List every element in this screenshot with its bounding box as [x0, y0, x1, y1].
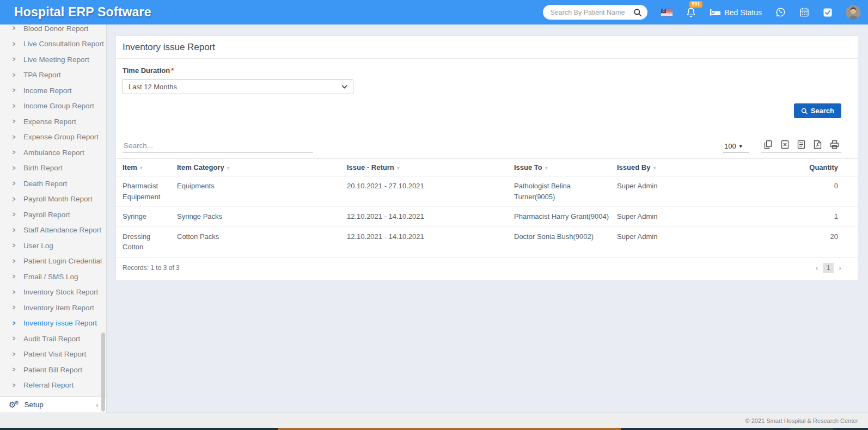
table-search-input[interactable]	[123, 140, 313, 153]
inventory-issue-table: Item▾ Item Category▾ Issue - Return▾ Iss…	[116, 158, 858, 257]
copy-icon[interactable]	[763, 140, 773, 149]
time-duration-value: Last 12 Months	[129, 83, 177, 91]
notifications-bell-icon[interactable]: 591	[686, 7, 696, 18]
time-duration-select[interactable]: Last 12 Months	[123, 79, 353, 94]
cell-issue-return: 20.10.2021 - 27.10.2021	[347, 176, 514, 207]
sidebar-item-death-report[interactable]: >Death Report	[0, 176, 106, 192]
chevron-right-icon: >	[13, 24, 16, 32]
sidebar-item-live-consultation-report[interactable]: >Live Consultation Report	[0, 36, 106, 52]
page-size-select[interactable]: 100 ▾	[723, 142, 749, 153]
sort-icon: ▾	[140, 165, 143, 171]
chevron-right-icon: >	[13, 382, 16, 389]
sidebar-item-audit-trail-report[interactable]: >Audit Trail Report	[0, 331, 106, 347]
sidebar-item-staff-attendance-report[interactable]: >Staff Attendance Report	[0, 223, 106, 238]
chevron-right-icon: >	[13, 366, 16, 373]
chevron-right-icon: >	[13, 56, 16, 63]
chevron-right-icon: >	[13, 164, 16, 172]
chevron-right-icon: >	[13, 304, 16, 311]
bed-status-button[interactable]: Bed Status	[710, 8, 762, 17]
page-footer: © 2021 Smart Hospital & Research Center	[0, 413, 868, 428]
column-header-item[interactable]: Item▾	[116, 159, 177, 176]
cell-item: Syringe	[116, 207, 177, 227]
export-buttons	[761, 140, 841, 153]
sidebar-item-email-sms-log[interactable]: >Email / SMS Log	[0, 269, 106, 285]
column-header-issued-by[interactable]: Issued By▾	[617, 159, 720, 176]
column-header-issue-to[interactable]: Issue To▾	[514, 159, 617, 176]
search-icon[interactable]	[633, 8, 642, 17]
report-panel: Inventory issue Report Time Duration* La…	[115, 35, 858, 280]
sidebar-item-birth-report[interactable]: >Birth Report	[0, 161, 106, 176]
sidebar-item-referral-report[interactable]: >Referral Report	[0, 378, 106, 394]
body-row: >Blood Donor Report >Live Consultation R…	[0, 24, 868, 413]
chevron-right-icon: >	[13, 257, 16, 265]
table-row: Syringe Syringe Packs 12.10.2021 - 14.10…	[116, 207, 858, 227]
sidebar-scrollbar-thumb[interactable]	[101, 333, 105, 411]
sidebar-item-tpa-report[interactable]: >TPA Report	[0, 67, 106, 83]
chevron-right-icon: >	[13, 195, 16, 203]
sidebar-item-ambulance-report[interactable]: >Ambulance Report	[0, 145, 106, 161]
column-header-issue-return[interactable]: Issue - Return▾	[347, 159, 514, 176]
chevron-right-icon: >	[13, 87, 16, 94]
sidebar-collapse-icon[interactable]: ‹	[96, 401, 99, 409]
sidebar-item-inventory-item-report[interactable]: >Inventory Item Report	[0, 300, 106, 316]
copyright-text: © 2021 Smart Hospital & Research Center	[745, 417, 858, 424]
whatsapp-icon[interactable]	[775, 7, 786, 17]
notification-count-badge: 591	[689, 1, 702, 8]
sidebar-item-income-report[interactable]: >Income Report	[0, 83, 106, 99]
chevron-right-icon: >	[13, 351, 16, 358]
table-header-row: Item▾ Item Category▾ Issue - Return▾ Iss…	[116, 159, 858, 176]
table-toolbar: 100 ▾	[116, 132, 858, 158]
sidebar-item-payroll-report[interactable]: >Payroll Report	[0, 207, 106, 223]
sidebar-item-patient-bill-report[interactable]: >Patient Bill Report	[0, 362, 106, 378]
cell-quantity: 1	[720, 207, 858, 227]
sidebar-item-income-group-report[interactable]: >Income Group Report	[0, 99, 106, 114]
chevron-right-icon: >	[13, 242, 16, 249]
sidebar-item-blood-donor-report[interactable]: >Blood Donor Report	[0, 24, 106, 36]
sidebar-item-inventory-issue-report[interactable]: >Inventory issue Report	[0, 316, 106, 331]
cell-issued-by: Super Admin	[617, 176, 720, 207]
filter-section: Time Duration* Last 12 Months	[116, 59, 858, 132]
records-info: Records: 1 to 3 of 3	[123, 264, 180, 272]
cell-issue-to: Pharmacist Harry Grant(9004)	[514, 207, 617, 227]
pagination: ‹ 1 ›	[816, 263, 841, 273]
prev-page-icon[interactable]: ‹	[816, 264, 818, 272]
cell-issued-by: Super Admin	[617, 226, 720, 257]
chevron-right-icon: >	[13, 71, 16, 79]
sidebar-setup[interactable]: ⚙⚙ Setup ‹	[0, 396, 106, 413]
pdf-export-icon[interactable]	[814, 140, 822, 149]
report-menu: >Blood Donor Report >Live Consultation R…	[0, 24, 106, 396]
language-flag-icon[interactable]	[661, 9, 673, 16]
print-icon[interactable]	[830, 140, 839, 149]
app-header: Hospital ERP Software	[0, 0, 868, 24]
page-number[interactable]: 1	[823, 263, 834, 273]
cell-category: Equipments	[177, 176, 347, 207]
excel-export-icon[interactable]	[781, 140, 789, 149]
column-header-quantity[interactable]: Quantity	[720, 159, 858, 176]
csv-export-icon[interactable]	[797, 140, 805, 149]
chevron-down-icon: ▾	[739, 143, 742, 149]
sidebar-item-expense-group-report[interactable]: >Expense Group Report	[0, 130, 106, 145]
sidebar-item-patient-visit-report[interactable]: >Patient Visit Report	[0, 347, 106, 363]
sidebar-item-expense-report[interactable]: >Expense Report	[0, 114, 106, 130]
next-page-icon[interactable]: ›	[839, 264, 841, 272]
bed-status-label: Bed Status	[725, 8, 762, 17]
cell-issue-to: Doctor Sonia Bush(9002)	[514, 226, 617, 257]
sidebar-item-live-meeting-report[interactable]: >Live Meeting Report	[0, 52, 106, 67]
search-button[interactable]: Search	[794, 103, 841, 118]
sidebar-item-user-log[interactable]: >User Log	[0, 238, 106, 254]
chevron-right-icon: >	[13, 273, 16, 280]
user-avatar[interactable]	[846, 5, 860, 20]
required-asterisk: *	[171, 66, 174, 75]
chevron-right-icon: >	[13, 320, 16, 327]
patient-search-box[interactable]	[543, 5, 647, 20]
sidebar-item-patient-login-credential[interactable]: >Patient Login Credential	[0, 254, 106, 269]
chevron-right-icon: >	[13, 149, 16, 156]
sidebar-item-payroll-month-report[interactable]: >Payroll Month Report	[0, 192, 106, 207]
sidebar-item-inventory-stock-report[interactable]: >Inventory Stock Report	[0, 285, 106, 300]
bottom-edge-bar	[0, 428, 868, 430]
column-header-item-category[interactable]: Item Category▾	[177, 159, 347, 176]
cell-issue-return: 12.10.2021 - 14.10.2021	[347, 226, 514, 257]
calendar-icon[interactable]	[799, 7, 809, 17]
patient-search-input[interactable]	[551, 9, 633, 16]
tasks-check-icon[interactable]	[823, 8, 833, 17]
